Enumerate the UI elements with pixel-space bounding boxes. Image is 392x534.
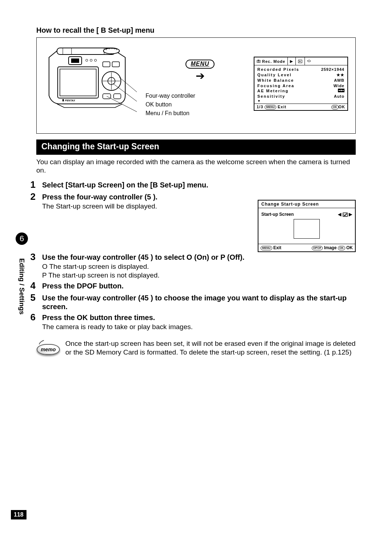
lcd-startup-title: Change Start-up Screen bbox=[258, 201, 355, 208]
step-title: Use the four-way controller (45 ) to cho… bbox=[42, 294, 356, 311]
wrench-icon bbox=[307, 59, 311, 63]
lcd-tab-playback bbox=[296, 57, 305, 65]
svg-point-4 bbox=[103, 48, 119, 54]
step-title: Use the four-way controller (45 ) to sel… bbox=[42, 253, 356, 262]
camera-icon bbox=[257, 59, 261, 63]
label-four-way: Four-way controller bbox=[146, 92, 195, 100]
top-heading: How to recall the [ B Set-up] menu bbox=[36, 26, 356, 35]
svg-rect-18 bbox=[112, 62, 119, 67]
lcd-screen-rec-mode: Rec. Mode ▶ Recorded Pixels2592×1944 Qua… bbox=[254, 57, 348, 111]
camera-callouts: Four-way controller OK button Menu / Fn … bbox=[146, 92, 195, 118]
step-title: Select [Start-up Screen] on the [B Set-u… bbox=[42, 181, 356, 189]
diagram-box: PENTAX MENU ➔ Four-way controller OK but… bbox=[36, 37, 356, 134]
dpof-pill-tiny: DPOF bbox=[312, 246, 323, 250]
page-number: 118 bbox=[11, 510, 26, 519]
step-title: Press the four-way controller (5 ). bbox=[42, 193, 254, 201]
playback-icon bbox=[298, 60, 302, 63]
svg-point-32 bbox=[258, 61, 260, 62]
step-desc: O The start-up screen is displayed. bbox=[42, 262, 356, 271]
step-title: Press the OK button three times. bbox=[42, 313, 356, 322]
svg-marker-34 bbox=[299, 61, 301, 62]
step-number: 2 bbox=[28, 191, 36, 211]
lcd-tab-rec: Rec. Mode bbox=[254, 57, 288, 65]
svg-rect-16 bbox=[60, 69, 96, 96]
svg-rect-38 bbox=[342, 90, 344, 91]
svg-text:PENTAX: PENTAX bbox=[65, 99, 75, 102]
multi-metering-icon bbox=[338, 88, 344, 94]
svg-rect-17 bbox=[103, 62, 110, 67]
memo-note: memo Once the start-up screen has been s… bbox=[36, 339, 356, 357]
section-title: Changing the Start-up Screen bbox=[36, 139, 356, 155]
ok-pill-tiny: OK bbox=[338, 246, 345, 250]
lcd-screen-startup: Change Start-up Screen Start-up Screen ◀… bbox=[258, 200, 356, 252]
ok-pill-icon: OK bbox=[331, 105, 339, 109]
step-number: 1 bbox=[28, 179, 36, 190]
svg-rect-39 bbox=[343, 213, 347, 217]
step-desc: The camera is ready to take or play back… bbox=[42, 323, 356, 331]
chapter-label: Editing / Settings bbox=[18, 248, 26, 325]
svg-rect-31 bbox=[258, 60, 259, 61]
menu-pill-tiny: MENU bbox=[265, 105, 276, 109]
svg-rect-24 bbox=[114, 94, 121, 99]
chapter-badge: 6 bbox=[16, 232, 28, 245]
svg-point-36 bbox=[340, 90, 342, 91]
right-arrow-icon: ➔ bbox=[196, 70, 205, 82]
menu-pill-tiny: MENU bbox=[261, 246, 272, 250]
intro-text: You can display an image recorded with t… bbox=[36, 158, 356, 175]
toggle-icons: ◀ ▶ bbox=[338, 212, 352, 217]
svg-rect-11 bbox=[71, 58, 79, 63]
step-desc: P The start-up screen is not displayed. bbox=[42, 271, 356, 280]
down-arrow-icon: ▼ bbox=[257, 99, 344, 103]
memo-text: Once the start-up screen has been set, i… bbox=[65, 339, 356, 357]
menu-pill: MENU bbox=[185, 60, 214, 69]
startup-thumbnail bbox=[294, 219, 320, 239]
camera-illustration: PENTAX bbox=[42, 43, 137, 119]
label-ok-button: OK button bbox=[146, 100, 195, 109]
step-title: Press the DPOF button. bbox=[42, 282, 356, 290]
label-menu-fn: Menu / Fn button bbox=[146, 109, 195, 118]
memo-icon: memo bbox=[37, 344, 60, 355]
svg-rect-26 bbox=[62, 99, 64, 101]
lcd-tab-play: ▶ bbox=[288, 57, 296, 65]
step-desc: The Start-up screen will be displayed. bbox=[42, 202, 254, 211]
svg-rect-37 bbox=[339, 90, 340, 91]
lcd-tab-setup bbox=[305, 57, 313, 65]
